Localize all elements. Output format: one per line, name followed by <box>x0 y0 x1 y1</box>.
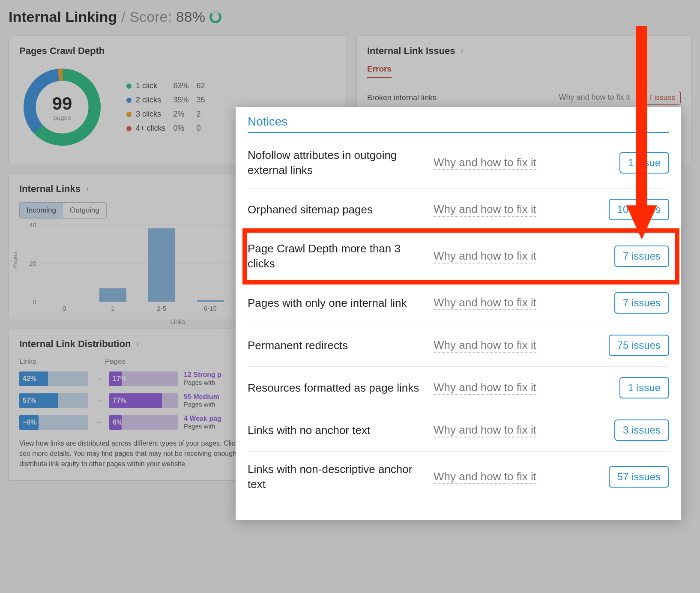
score-label: Score: <box>130 9 172 25</box>
internal-links-title: Internal Links <box>19 183 81 195</box>
page-header: Internal Linking / Score: 88% <box>9 9 691 25</box>
legend-pct: 0% <box>174 121 197 135</box>
dist-col-links: Links <box>19 357 105 366</box>
issue-count-pill[interactable]: 7 issues <box>614 292 669 314</box>
issue-count-pill[interactable]: 1 issue <box>619 377 669 398</box>
dist-meta-title[interactable]: 12 Strong p <box>184 371 221 379</box>
legend-label: 2 clicks <box>136 96 161 104</box>
notice-row: Page Crawl Depth more than 3 clicksWhy a… <box>248 231 669 282</box>
legend-label: 4+ clicks <box>136 124 166 132</box>
notice-title: Page Crawl Depth more than 3 clicks <box>248 241 423 271</box>
info-icon[interactable]: i <box>134 341 141 347</box>
issue-count-pill[interactable]: 10 issues <box>609 199 669 220</box>
y-axis-label: Pages <box>12 252 18 269</box>
notices-header: Notices <box>248 115 669 133</box>
notice-row: Links with non-descriptive anchor textWh… <box>248 452 669 502</box>
issue-count-pill[interactable]: 57 issues <box>609 466 669 488</box>
why-fix-link[interactable]: Why and how to fix it <box>434 296 536 310</box>
notice-title: Links with no anchor text <box>248 423 423 438</box>
notice-row: Permanent redirectsWhy and how to fix it… <box>248 324 669 367</box>
toggle-incoming[interactable]: Incoming <box>20 203 63 218</box>
dist-meta-sub: Pages with <box>184 379 221 386</box>
legend-pct: 2% <box>174 107 197 121</box>
crawl-depth-title: Pages Crawl Depth <box>19 45 105 57</box>
why-fix-link[interactable]: Why and how to fix it <box>434 381 536 395</box>
why-fix-link[interactable]: Why and how to fix it <box>434 203 536 217</box>
notice-row: Nofollow attributes in outgoing external… <box>248 138 669 189</box>
x-tick: 2-5 <box>157 305 166 312</box>
legend-count: 2 <box>197 107 213 121</box>
tab-errors[interactable]: Errors <box>367 64 392 78</box>
link-issues-title: Internal Link Issues <box>367 45 455 57</box>
notice-title: Orphaned sitemap pages <box>248 202 423 217</box>
toggle-outgoing[interactable]: Outgoing <box>63 203 106 218</box>
issue-count-pill[interactable]: 1 issue <box>619 152 669 174</box>
donut-total: 99 <box>52 93 72 114</box>
dist-meta-sub: Pages with <box>184 401 219 408</box>
notice-row: Resources formatted as page linksWhy and… <box>248 367 669 409</box>
why-fix-link[interactable]: Why and how to fix it <box>434 156 536 170</box>
crawl-depth-legend: 1 click63%622 clicks35%353 clicks2%24+ c… <box>126 79 213 135</box>
arrow-right-icon: → <box>94 373 103 384</box>
issue-count-pill[interactable]: 75 issues <box>609 335 669 356</box>
crawl-depth-donut: 99 pages <box>19 64 105 150</box>
info-icon[interactable]: i <box>458 48 465 54</box>
legend-pct: 63% <box>174 79 197 93</box>
notice-title: Links with non-descriptive anchor text <box>248 462 423 492</box>
donut-total-label: pages <box>54 114 71 121</box>
score-value: 88% <box>176 9 205 25</box>
title-separator: / <box>121 9 125 25</box>
dist-meta-title[interactable]: 55 Medium <box>184 393 219 401</box>
notice-row: Orphaned sitemap pagesWhy and how to fix… <box>248 189 669 231</box>
dist-meta-sub: Pages with <box>184 422 221 430</box>
issue-count-pill[interactable]: 3 issues <box>614 419 669 441</box>
x-tick: 0 <box>63 305 66 312</box>
page-title: Internal Linking <box>9 9 117 25</box>
bar[interactable] <box>99 288 126 302</box>
notice-row: Links with no anchor textWhy and how to … <box>248 409 669 452</box>
arrow-right-icon: → <box>94 417 103 428</box>
bar[interactable] <box>148 228 175 302</box>
y-tick: 20 <box>19 260 36 267</box>
why-fix-link[interactable]: Why and how to fix it <box>434 470 536 484</box>
link-distribution-title: Internal Link Distribution <box>19 338 131 350</box>
notice-title: Permanent redirects <box>248 338 423 353</box>
arrow-right-icon: → <box>94 395 103 406</box>
issue-count-pill[interactable]: 7 issues <box>614 246 669 267</box>
legend-pct: 35% <box>174 93 197 107</box>
notice-title: Resources formatted as page links <box>248 380 423 395</box>
y-tick: 0 <box>19 298 36 305</box>
info-icon[interactable]: i <box>84 186 91 192</box>
progress-ring-icon <box>209 11 221 23</box>
dist-col-pages: Pages <box>105 357 199 366</box>
error-row-label: Broken internal links <box>367 93 437 102</box>
legend-count: 35 <box>197 93 213 107</box>
error-count-pill[interactable]: 7 issues <box>643 91 681 105</box>
legend-label: 1 click <box>136 81 157 90</box>
x-tick: 6-15 <box>204 305 217 312</box>
why-fix-link[interactable]: Why and how to fix it <box>434 249 536 264</box>
legend-label: 3 clicks <box>136 110 161 118</box>
bar[interactable] <box>197 300 224 302</box>
x-tick: 1 <box>111 305 114 312</box>
links-toggle: Incoming Outgoing <box>19 202 107 219</box>
why-fix-link[interactable]: Why and how to fix it <box>559 93 630 102</box>
legend-count: 62 <box>197 79 213 93</box>
notice-title: Nofollow attributes in outgoing external… <box>248 148 423 178</box>
notice-title: Pages with only one internal link <box>248 296 423 311</box>
y-tick: 40 <box>19 221 36 228</box>
legend-count: 0 <box>197 121 213 135</box>
notice-row: Pages with only one internal linkWhy and… <box>248 282 669 324</box>
why-fix-link[interactable]: Why and how to fix it <box>434 423 536 437</box>
why-fix-link[interactable]: Why and how to fix it <box>434 338 536 353</box>
notices-panel: Notices Nofollow attributes in outgoing … <box>236 107 681 520</box>
dist-meta-title[interactable]: 4 Weak pag <box>184 415 221 422</box>
